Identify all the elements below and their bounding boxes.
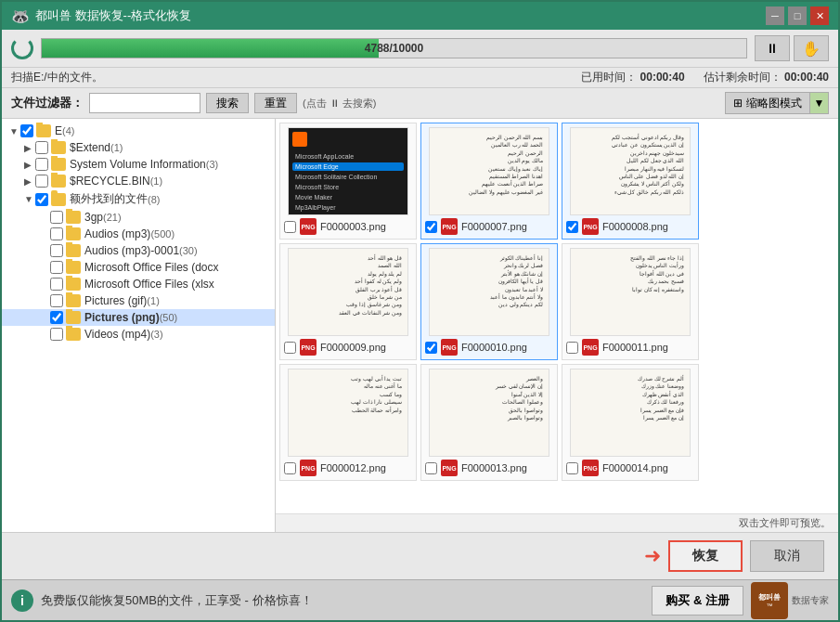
grid-item-bottom-f10: PNG F0000010.png xyxy=(425,339,553,356)
stop-button[interactable]: ✋ xyxy=(794,35,829,61)
footer-text: 免费版仅能恢复50MB的文件，正享受 - 价格惊喜！ xyxy=(41,592,313,609)
tree-label-videos-mp4: Videos (mp4) xyxy=(84,328,150,341)
arabic-text-f14: ألم نشرح لك صدرك ووضعنا عنك وزرك الذي أن… xyxy=(576,375,684,421)
grid-check-f8[interactable] xyxy=(566,221,578,233)
maximize-button[interactable]: □ xyxy=(788,6,807,25)
tree-item-ms-docx[interactable]: Microsoft Office Files (docx xyxy=(2,259,275,276)
minimize-button[interactable]: ─ xyxy=(766,6,784,25)
tree-label-recycle: $RECYCLE.BIN xyxy=(70,175,150,188)
folder-icon-ms-docx xyxy=(66,261,81,274)
grid-check-f13[interactable] xyxy=(425,462,437,474)
tree-count-recycle: (1) xyxy=(150,175,162,187)
grid-item-f11[interactable]: إذا جاء نصر الله والفتح ورأيت الناس يدخل… xyxy=(562,243,699,360)
grid-item-f7[interactable]: بسم الله الرحمن الرحيم الحمد لله رب العا… xyxy=(420,123,558,240)
view-mode-group: ⊞ 缩略图模式 ▼ xyxy=(725,92,829,114)
main-window: 🦝 都叫兽 数据恢复--格式化恢复 ─ □ ✕ 4788/10000 ⏸ ✋ 扫… xyxy=(0,0,840,622)
file-icon-f14: PNG xyxy=(582,460,599,476)
progress-bar-fill xyxy=(42,39,379,58)
grid-thumb-f7: بسم الله الرحمن الرحيم الحمد لله رب العا… xyxy=(429,127,549,215)
tree-item-pictures-png[interactable]: Pictures (png) (50) xyxy=(2,309,275,326)
tree-check-audios-mp3-0001[interactable] xyxy=(50,244,63,257)
tree-item-pictures-gif[interactable]: Pictures (gif) (1) xyxy=(2,292,275,309)
tree-item-3gp[interactable]: 3gp (21) xyxy=(2,209,275,226)
tree-check-pictures-png[interactable] xyxy=(50,311,63,324)
grid-row-1: Microsoft AppLocale Microsoft Edge Micro… xyxy=(279,123,834,240)
tree-check-extra[interactable] xyxy=(35,193,48,206)
tree-item-sysvolinfo[interactable]: ▶ System Volume Information (3) xyxy=(2,156,275,173)
view-dropdown-arrow[interactable]: ▼ xyxy=(810,92,829,114)
tree-check-e[interactable] xyxy=(20,124,33,137)
grid-check-f3[interactable] xyxy=(284,221,296,233)
grid-item-f9[interactable]: قل هو الله أحد الله الصمد لم يلد ولم يول… xyxy=(279,243,417,360)
grid-check-f10[interactable] xyxy=(425,342,437,354)
elapsed-label: 已用时间： 00:00:40 xyxy=(581,70,684,85)
grid-check-f7[interactable] xyxy=(425,221,437,233)
tree-check-ms-xlsx[interactable] xyxy=(50,278,63,291)
tree-item-recycle[interactable]: ▶ $RECYCLE.BIN (1) xyxy=(2,173,275,189)
brand-avatar-content: 都叫兽 ™ xyxy=(758,592,781,609)
search-button[interactable]: 搜索 xyxy=(206,93,249,113)
filter-label: 文件过滤器： xyxy=(11,95,84,111)
menu-item-4: Microsoft Store xyxy=(292,183,404,191)
tree-item-ms-xlsx[interactable]: Microsoft Office Files (xlsx xyxy=(2,276,275,292)
grid-item-f12[interactable]: تبت يدا أبي لهب وتب ما أغنى عنه ماله وما… xyxy=(279,364,417,481)
buy-button[interactable]: 购买 & 注册 xyxy=(652,586,743,616)
pause-button[interactable]: ⏸ xyxy=(755,35,790,61)
grid-thumb-f10: إنا أعطيناك الكوثر فصل لربك وانحر إن شان… xyxy=(429,248,549,336)
grid-item-f14[interactable]: ألم نشرح لك صدرك ووضعنا عنك وزرك الذي أن… xyxy=(562,364,699,481)
grid-filename-f13: F0000013.png xyxy=(461,462,553,473)
tree-label-ms-docx: Microsoft Office Files (docx xyxy=(84,261,218,274)
arabic-text-f9: قل هو الله أحد الله الصمد لم يلد ولم يول… xyxy=(294,254,402,317)
restore-button[interactable]: 恢复 xyxy=(668,540,743,572)
folder-icon-extra xyxy=(51,193,66,206)
cancel-button[interactable]: 取消 xyxy=(750,540,824,572)
thumb-lines-f13: والعصر إن الإنسان لفي خسر إلا الذين آمنو… xyxy=(430,369,549,456)
reset-button[interactable]: 重置 xyxy=(254,93,297,113)
tree-item-audios-mp3-0001[interactable]: Audios (mp3)-0001 (30) xyxy=(2,242,275,259)
grid-check-f14[interactable] xyxy=(566,462,578,474)
view-mode-button[interactable]: ⊞ 缩略图模式 xyxy=(725,92,810,114)
tree-check-3gp[interactable] xyxy=(50,211,63,224)
grid-check-f12[interactable] xyxy=(284,462,296,474)
menu-item-5: Movie Maker xyxy=(292,193,404,201)
brand-sub-line1: 数据专家 xyxy=(792,594,829,607)
tree-check-ms-docx[interactable] xyxy=(50,261,63,274)
tree-check-videos-mp4[interactable] xyxy=(50,328,63,341)
file-grid[interactable]: Microsoft AppLocale Microsoft Edge Micro… xyxy=(276,119,838,513)
tree-arrow-e: ▼ xyxy=(9,126,20,136)
tree-check-extend[interactable] xyxy=(35,141,48,154)
thumb-lines-f7: بسم الله الرحمن الرحيم الحمد لله رب العا… xyxy=(430,128,549,214)
tree-item-extend[interactable]: ▶ $Extend (1) xyxy=(2,139,275,156)
tree-label-pictures-gif: Pictures (gif) xyxy=(84,294,147,307)
grid-check-f9[interactable] xyxy=(284,342,296,354)
grid-area: Microsoft AppLocale Microsoft Edge Micro… xyxy=(276,119,838,532)
tree-check-recycle[interactable] xyxy=(35,175,48,188)
grid-item-f13[interactable]: والعصر إن الإنسان لفي خسر إلا الذين آمنو… xyxy=(420,364,558,481)
tree-item-videos-mp4[interactable]: Videos (mp4) (3) xyxy=(2,326,275,343)
tree-label-pictures-png: Pictures (png) xyxy=(84,311,160,324)
file-tree[interactable]: ▼ E (4) ▶ $Extend (1) ▶ System Volume In… xyxy=(2,119,276,532)
grid-check-f11[interactable] xyxy=(566,342,578,354)
footer: i 免费版仅能恢复50MB的文件，正享受 - 价格惊喜！ 购买 & 注册 都叫兽… xyxy=(2,579,838,620)
close-button[interactable]: ✕ xyxy=(810,6,829,25)
tree-check-audios-mp3[interactable] xyxy=(50,227,63,240)
tree-check-sysvolinfo[interactable] xyxy=(35,158,48,171)
tree-item-audios-mp3[interactable]: Audios (mp3) (500) xyxy=(2,226,275,242)
grid-item-f3[interactable]: Microsoft AppLocale Microsoft Edge Micro… xyxy=(279,123,417,240)
tree-item-extra[interactable]: ▼ 额外找到的文件 (8) xyxy=(2,189,275,209)
filter-input[interactable] xyxy=(89,93,200,113)
grid-item-f10[interactable]: إنا أعطيناك الكوثر فصل لربك وانحر إن شان… xyxy=(420,243,558,360)
tree-count-videos-mp4: (3) xyxy=(150,329,162,340)
tree-item-e-drive[interactable]: ▼ E (4) xyxy=(2,123,275,139)
tree-label-extend: $Extend xyxy=(70,141,110,154)
tree-label-sysvolinfo: System Volume Information xyxy=(70,158,206,171)
grid-item-f8[interactable]: وقال ربكم ادعوني أستجب لكم إن الذين يستك… xyxy=(562,123,699,240)
action-bar: ➜ 恢复 取消 xyxy=(2,532,838,579)
thumb-lines-f10: إنا أعطيناك الكوثر فصل لربك وانحر إن شان… xyxy=(430,249,549,335)
grid-item-bottom-f3: PNG F0000003.png xyxy=(284,218,412,235)
tree-check-pictures-gif[interactable] xyxy=(50,294,63,307)
file-icon-f9: PNG xyxy=(300,339,317,356)
grid-thumb-f11: إذا جاء نصر الله والفتح ورأيت الناس يدخل… xyxy=(570,248,691,336)
tree-count-e: (4) xyxy=(62,125,74,136)
tree-label-e: E xyxy=(55,124,62,137)
